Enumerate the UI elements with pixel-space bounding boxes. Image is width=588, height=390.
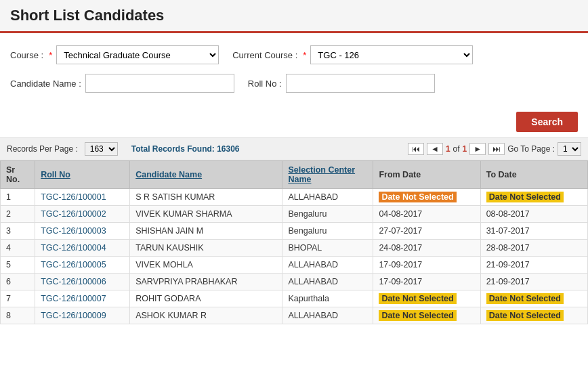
current-course-group: Current Course : * TGC - 126	[232, 45, 473, 64]
form-row-1: Course : * Technical Graduate Course Cur…	[10, 45, 578, 64]
col-srno: Sr No.	[1, 161, 35, 189]
table-cell: VIVEK MOHLA	[130, 257, 282, 274]
table-cell: 27-07-2017	[373, 223, 480, 240]
table-cell: TARUN KAUSHIK	[130, 240, 282, 257]
table-row: 8TGC-126/100009ASHOK KUMAR RALLAHABADDat…	[1, 307, 588, 324]
col-name: Candidate Name	[130, 161, 282, 189]
of-label: of	[453, 144, 460, 154]
table-cell: ASHOK KUMAR R	[130, 307, 282, 324]
table-cell: 28-08-2017	[480, 240, 587, 257]
table-cell: Date Not Selected	[373, 307, 480, 324]
col-selection: Selection Center Name	[282, 161, 373, 189]
table-cell: 04-08-2017	[373, 206, 480, 223]
table-cell: Date Not Selected	[480, 290, 587, 307]
table-cell: 31-07-2017	[480, 223, 587, 240]
table-cell: SHISHAN JAIN M	[130, 223, 282, 240]
table-cell: 1	[1, 189, 35, 206]
table-cell: Date Not Selected	[373, 189, 480, 206]
table-cell: ALLAHABAD	[282, 189, 373, 206]
page-title: Short List Candidates	[10, 7, 578, 24]
table-cell: S R SATISH KUMAR	[130, 189, 282, 206]
table-cell: TGC-126/100009	[35, 307, 130, 324]
table-cell: Date Not Selected	[480, 189, 587, 206]
table-cell: 5	[1, 257, 35, 274]
course-group: Course : * Technical Graduate Course	[10, 45, 219, 64]
table-cell: TGC-126/100007	[35, 290, 130, 307]
table-cell: Bengaluru	[282, 206, 373, 223]
table-cell: ALLAHABAD	[282, 307, 373, 324]
table-row: 3TGC-126/100003SHISHAN JAIN MBengaluru27…	[1, 223, 588, 240]
table-cell: Date Not Selected	[373, 290, 480, 307]
form-row-2: Candidate Name : Roll No :	[10, 74, 578, 93]
course-label: Course :	[10, 50, 43, 60]
table-cell: TGC-126/100002	[35, 206, 130, 223]
table-row: 1TGC-126/100001S R SATISH KUMARALLAHABAD…	[1, 189, 588, 206]
table-cell: 2	[1, 206, 35, 223]
table-header-row: Sr No. Roll No Candidate Name Selection …	[1, 161, 588, 189]
table-cell: 17-09-2017	[373, 257, 480, 274]
table-cell: 3	[1, 223, 35, 240]
table-cell: Date Not Selected	[480, 307, 587, 324]
table-cell: SARVPRIYA PRABHAKAR	[130, 274, 282, 290]
page-header: Short List Candidates	[0, 0, 588, 33]
search-btn-row: Search	[0, 109, 588, 137]
records-per-page-select[interactable]: 163	[85, 142, 118, 156]
table-cell: 24-08-2017	[373, 240, 480, 257]
total-pages: 1	[463, 144, 467, 154]
candidates-table: Sr No. Roll No Candidate Name Selection …	[0, 160, 588, 324]
go-to-label: Go To Page :	[507, 144, 555, 154]
candidate-name-label: Candidate Name :	[10, 79, 81, 89]
table-cell: ALLAHABAD	[282, 257, 373, 274]
total-records: Total Records Found: 16306	[131, 144, 240, 154]
pagination: ⏮ ◄ 1 of 1 ► ⏭ Go To Page : 1	[408, 142, 581, 156]
table-cell: TGC-126/100003	[35, 223, 130, 240]
candidate-name-input[interactable]	[85, 74, 234, 93]
table-controls: Records Per Page : 163 Total Records Fou…	[0, 137, 588, 160]
form-area: Course : * Technical Graduate Course Cur…	[0, 33, 588, 109]
table-cell: ROHIT GODARA	[130, 290, 282, 307]
go-to-page-select[interactable]: 1	[558, 142, 581, 156]
table-row: 2TGC-126/100002VIVEK KUMAR SHARMABengalu…	[1, 206, 588, 223]
table-cell: 4	[1, 240, 35, 257]
col-todate: To Date	[480, 161, 587, 189]
next-page-btn[interactable]: ►	[469, 143, 486, 155]
col-selection-sort[interactable]: Selection Center Name	[288, 165, 355, 184]
table-cell: TGC-126/100006	[35, 274, 130, 290]
table-cell: BHOPAL	[282, 240, 373, 257]
table-cell: ALLAHABAD	[282, 274, 373, 290]
course-required: *	[49, 50, 52, 60]
table-cell: Kapurthala	[282, 290, 373, 307]
table-cell: Bengaluru	[282, 223, 373, 240]
table-container: Sr No. Roll No Candidate Name Selection …	[0, 160, 588, 324]
current-course-required: *	[303, 50, 306, 60]
table-cell: 6	[1, 274, 35, 290]
current-page: 1	[446, 144, 450, 154]
col-rollno-sort[interactable]: Roll No	[41, 170, 70, 179]
table-cell: 17-09-2017	[373, 274, 480, 290]
table-row: 7TGC-126/100007ROHIT GODARAKapurthalaDat…	[1, 290, 588, 307]
table-cell: 8	[1, 307, 35, 324]
first-page-btn[interactable]: ⏮	[408, 143, 424, 155]
table-row: 5TGC-126/100005VIVEK MOHLAALLAHABAD17-09…	[1, 257, 588, 274]
table-cell: TGC-126/100004	[35, 240, 130, 257]
course-select[interactable]: Technical Graduate Course	[56, 45, 219, 64]
roll-no-group: Roll No :	[248, 74, 435, 93]
candidate-name-group: Candidate Name :	[10, 74, 234, 93]
prev-page-btn[interactable]: ◄	[427, 143, 443, 155]
search-button[interactable]: Search	[516, 112, 578, 132]
table-row: 6TGC-126/100006SARVPRIYA PRABHAKARALLAHA…	[1, 274, 588, 290]
roll-no-input[interactable]	[286, 74, 435, 93]
col-name-sort[interactable]: Candidate Name	[135, 170, 202, 179]
table-cell: TGC-126/100005	[35, 257, 130, 274]
current-course-select[interactable]: TGC - 126	[310, 45, 473, 64]
table-cell: TGC-126/100001	[35, 189, 130, 206]
last-page-btn[interactable]: ⏭	[488, 143, 505, 155]
col-rollno: Roll No	[35, 161, 130, 189]
table-row: 4TGC-126/100004TARUN KAUSHIKBHOPAL24-08-…	[1, 240, 588, 257]
table-cell: 08-08-2017	[480, 206, 587, 223]
table-cell: 21-09-2017	[480, 274, 587, 290]
rpp-label: Records Per Page :	[7, 144, 78, 154]
current-course-label: Current Course :	[232, 50, 297, 60]
table-cell: VIVEK KUMAR SHARMA	[130, 206, 282, 223]
roll-no-label: Roll No :	[248, 79, 282, 89]
